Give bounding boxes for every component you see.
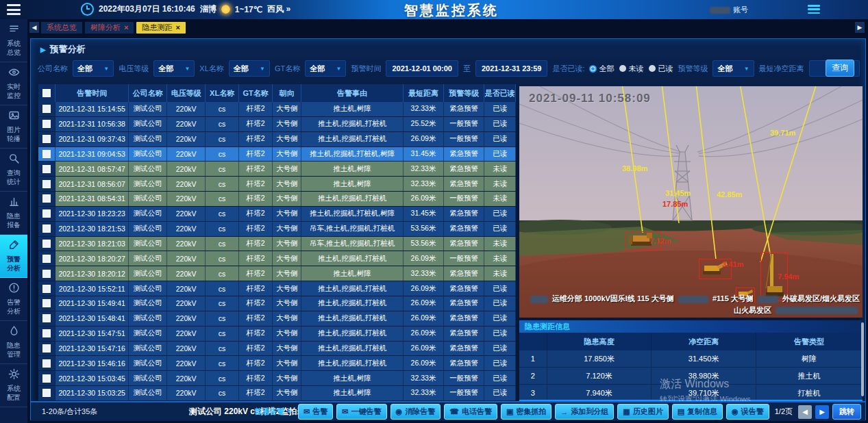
row-checkbox-cell[interactable] [38,162,55,176]
row-checkbox-cell[interactable] [38,192,55,206]
row-checkbox[interactable] [42,270,51,278]
time-from-input[interactable]: 2021-12-01 00:00 [386,60,458,77]
row-checkbox[interactable] [42,105,51,113]
row-checkbox-cell[interactable] [38,281,55,296]
row-checkbox[interactable] [42,255,51,263]
query-button[interactable]: 查询 [826,60,854,77]
row-checkbox[interactable] [42,314,51,322]
row-checkbox[interactable] [42,225,51,233]
measure-table-row[interactable]: 27.120米38.980米推土机 [519,368,863,385]
row-checkbox[interactable] [42,194,51,203]
tab-scroll-left-icon[interactable]: ◀ [29,22,39,33]
row-checkbox-cell[interactable] [38,132,55,146]
table-row[interactable]: 2021-12-30 15:46:16测试公司220kVcs杆塔2大号侧推土机,… [38,356,516,371]
row-checkbox-cell[interactable] [38,342,55,356]
action-button-6[interactable]: →添加到分组 [555,404,614,420]
tab-item-1[interactable]: 系统总览 [41,22,82,34]
company-select[interactable]: 全部▼ [73,60,114,77]
row-checkbox-cell[interactable] [38,117,55,131]
table-row[interactable]: 2021-12-30 15:47:16测试公司220kVcs杆塔2大号侧推土机,… [38,342,516,357]
measure-table-row[interactable]: 117.850米31.450米树障 [519,350,863,368]
sidebar-item-1[interactable]: 系统总览 [0,19,27,62]
action-button-8[interactable]: ▤复制信息 [672,404,723,420]
account-info[interactable]: 账号 [710,5,748,15]
read-radio-已读[interactable]: 已读 [649,64,673,74]
row-checkbox[interactable] [42,180,51,188]
row-checkbox-cell[interactable] [38,311,55,326]
table-row[interactable]: 2021-12-30 18:20:27测试公司220kVcs杆塔2大号侧推土机,… [38,251,516,266]
table-row[interactable]: 2021-12-30 15:49:41测试公司220kVcs杆塔2大号侧推土机,… [38,296,516,311]
table-row[interactable]: 2021-12-30 18:21:03测试公司220kVcs杆塔2大号侧吊车,推… [38,237,516,252]
row-checkbox-cell[interactable] [38,102,55,116]
tab-item-3[interactable]: 隐患测距× [136,22,185,34]
time-to-input[interactable]: 2021-12-31 23:59 [475,60,547,77]
vertical-scrollbar[interactable] [861,322,864,396]
xl-select[interactable]: 全部▼ [229,60,270,77]
read-radio-全部[interactable]: 全部 [589,64,614,74]
table-row[interactable]: 2021-12-31 10:56:38测试公司220kVcs杆塔2大号侧推土机,… [38,117,516,132]
alarm-type-select[interactable]: 普通告警 ▼ [254,407,292,417]
row-checkbox[interactable] [42,150,51,158]
hamburger-menu-icon[interactable] [7,4,21,15]
menu-list-icon[interactable] [808,5,820,14]
table-row[interactable]: 2021-12-31 08:57:47测试公司220kVcs杆塔2大号侧推土机,… [38,162,516,177]
action-button-7[interactable]: ▦历史图片 [617,404,668,420]
select-all-checkbox[interactable] [42,89,51,97]
row-checkbox-cell[interactable] [38,266,55,281]
row-checkbox-cell[interactable] [38,147,55,162]
tab-scroll-right-icon[interactable]: ▶ [855,22,865,33]
row-checkbox[interactable] [42,374,51,383]
row-checkbox-cell[interactable] [38,207,55,221]
table-row[interactable]: 2021-12-31 08:56:07测试公司220kVcs杆塔2大号侧推土机,… [38,177,516,192]
next-page-button[interactable]: ▶ [815,405,829,419]
table-row[interactable]: 2021-12-30 18:21:53测试公司220kVcs杆塔2大号侧吊车,推… [38,222,516,237]
row-checkbox[interactable] [42,240,51,248]
table-row[interactable]: 2021-12-31 09:04:53测试公司220kVcs杆塔2大号侧推土机,… [38,147,516,162]
tab-close-icon[interactable]: × [175,23,179,31]
table-row[interactable]: 2021-12-31 08:54:31测试公司220kVcs杆塔2大号侧推土机,… [38,192,516,207]
row-checkbox[interactable] [42,359,51,368]
sidebar-item-7[interactable]: 告警分析 [0,278,27,321]
row-checkbox[interactable] [42,165,51,173]
read-radio-未读[interactable]: 未读 [619,64,643,74]
row-checkbox-cell[interactable] [38,371,55,385]
sidebar-item-5[interactable]: 隐患报备 [0,192,27,235]
row-checkbox-cell[interactable] [38,222,55,236]
row-checkbox[interactable] [42,209,51,218]
action-button-4[interactable]: ☎电话告警 [444,404,497,420]
row-checkbox-cell[interactable] [38,326,55,341]
action-button-3[interactable]: ◉消除告警 [390,404,441,420]
row-checkbox[interactable] [42,389,51,397]
action-button-1[interactable]: ✉告警 [298,404,333,420]
row-checkbox-cell[interactable] [38,251,55,266]
camera-image-panel[interactable]: 2021-09-11 10:58:09 39.71m38.98m31.45m17… [519,86,863,318]
table-row[interactable]: 2021-12-30 15:52:11测试公司220kVcs杆塔2大号侧推土机,… [38,281,516,296]
action-button-2[interactable]: ✉一键告警 [336,404,386,420]
sidebar-item-3[interactable]: 图片轮播 [0,105,27,149]
row-checkbox-cell[interactable] [38,386,55,400]
row-checkbox[interactable] [42,344,51,352]
header-checkbox-cell[interactable] [38,84,55,102]
sidebar-item-9[interactable]: 系统配置 [0,364,27,407]
voltage-select[interactable]: 全部▼ [153,60,195,77]
table-row[interactable]: 2021-12-31 15:14:55测试公司220kVcs杆塔2大号侧推土机,… [38,102,516,117]
jump-button[interactable]: 跳转 [832,404,861,420]
table-row[interactable]: 2021-12-30 15:03:45测试公司220kVcs杆塔2大号侧推土机,… [38,371,516,386]
sidebar-item-6[interactable]: 预警分析 [0,235,27,278]
tab-close-icon[interactable]: × [124,23,128,31]
row-checkbox-cell[interactable] [38,296,55,311]
table-row[interactable]: 2021-12-30 15:03:25测试公司220kVcs杆塔2大号侧推土机,… [38,386,516,401]
row-checkbox[interactable] [42,135,51,143]
table-row[interactable]: 2021-12-30 18:20:12测试公司220kVcs杆塔2大号侧推土机,… [38,266,516,281]
prev-page-button[interactable]: ◀ [798,405,812,419]
row-checkbox[interactable] [42,285,51,293]
table-row[interactable]: 2021-12-30 15:47:51测试公司220kVcs杆塔2大号侧推土机,… [38,326,516,342]
table-row[interactable]: 2021-12-31 09:37:43测试公司220kVcs杆塔2大号侧推土机,… [38,132,516,147]
table-row[interactable]: 2021-12-30 15:48:41测试公司220kVcs杆塔2大号侧推土机,… [38,311,516,326]
sidebar-item-8[interactable]: 隐患管理 [0,321,27,364]
row-checkbox-cell[interactable] [38,177,55,191]
tab-item-2[interactable]: 树障分析× [85,22,134,34]
row-checkbox[interactable] [42,120,51,128]
action-button-5[interactable]: ▣密集抓拍 [501,404,551,420]
sidebar-item-4[interactable]: 查询统计 [0,149,27,192]
